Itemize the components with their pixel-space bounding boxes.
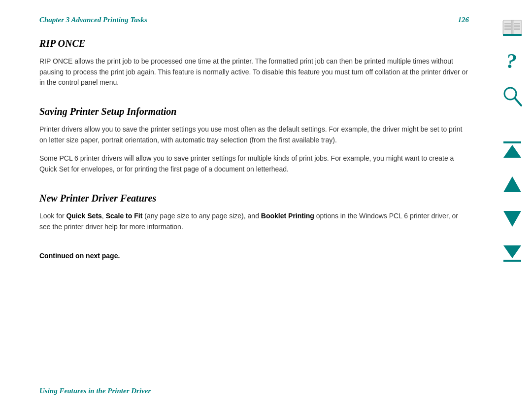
footer-label: Using Features in the Printer Driver bbox=[39, 379, 469, 395]
svg-rect-14 bbox=[503, 34, 522, 36]
sidebar: ? bbox=[493, 0, 532, 411]
nav-next-button[interactable] bbox=[499, 206, 525, 232]
help-icon[interactable]: ? bbox=[499, 49, 525, 75]
saving-para-2: Some PCL 6 printer drivers will allow yo… bbox=[39, 153, 469, 174]
main-content: Chapter 3 Advanced Printing Tasks 126 RI… bbox=[0, 0, 493, 411]
chapter-label: Chapter 3 Advanced Printing Tasks bbox=[39, 16, 147, 24]
page: Chapter 3 Advanced Printing Tasks 126 RI… bbox=[0, 0, 532, 411]
svg-marker-20 bbox=[503, 176, 521, 192]
svg-rect-23 bbox=[503, 260, 521, 262]
new-features-para-1: Look for Quick Sets, Scale to Fit (any p… bbox=[39, 211, 469, 232]
svg-text:?: ? bbox=[506, 51, 517, 72]
section-rip-once: RIP ONCE RIP ONCE allows the print job t… bbox=[39, 38, 469, 96]
search-icon[interactable] bbox=[499, 84, 525, 109]
svg-rect-3 bbox=[511, 20, 513, 35]
svg-marker-21 bbox=[503, 211, 521, 227]
section-title-rip-once: RIP ONCE bbox=[39, 38, 469, 49]
svg-rect-2 bbox=[513, 21, 521, 34]
book-icon[interactable] bbox=[499, 15, 525, 40]
section-title-saving: Saving Printer Setup Information bbox=[39, 106, 469, 117]
section-saving-printer: Saving Printer Setup Information Printer… bbox=[39, 106, 469, 183]
nav-prev-button[interactable] bbox=[499, 171, 525, 197]
svg-marker-19 bbox=[503, 145, 521, 158]
svg-rect-1 bbox=[503, 21, 512, 34]
svg-marker-22 bbox=[503, 245, 521, 258]
nav-first-button[interactable] bbox=[499, 137, 525, 163]
nav-last-button[interactable] bbox=[499, 240, 525, 266]
svg-line-17 bbox=[515, 98, 521, 105]
saving-para-1: Printer drivers allow you to save the pr… bbox=[39, 124, 469, 145]
section-title-new-features: New Printer Driver Features bbox=[39, 193, 469, 204]
section-new-features: New Printer Driver Features Look for Qui… bbox=[39, 193, 469, 240]
page-number: 126 bbox=[458, 16, 469, 24]
page-header: Chapter 3 Advanced Printing Tasks 126 bbox=[39, 16, 469, 24]
continued-label: Continued on next page. bbox=[39, 252, 469, 260]
rip-once-para-1: RIP ONCE allows the print job to be proc… bbox=[39, 56, 469, 88]
svg-rect-18 bbox=[503, 141, 521, 143]
